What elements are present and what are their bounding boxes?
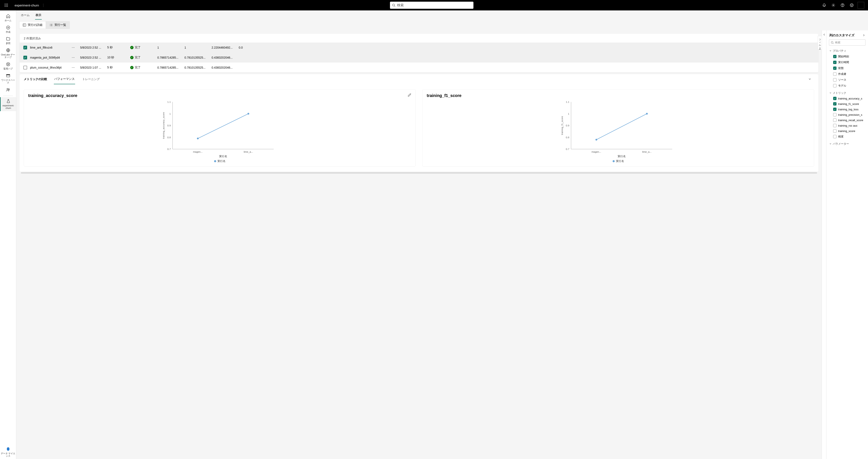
run-duration: 10 秒 [107, 56, 130, 59]
svg-text:lime_a...: lime_a... [244, 150, 253, 153]
svg-text:0.8: 0.8 [566, 136, 569, 139]
svg-point-6 [5, 6, 5, 7]
check-circle-icon: ✓ [130, 46, 133, 49]
collapse-chevron-icon[interactable] [808, 77, 814, 81]
settings-icon[interactable] [829, 1, 838, 9]
checkbox[interactable] [833, 129, 836, 133]
page-title: experiment-churn [10, 4, 43, 7]
column-option[interactable]: 作成者 [829, 71, 865, 77]
row-more-icon[interactable]: ··· [72, 56, 80, 59]
svg-text:training_accuracy_score: training_accuracy_score [162, 112, 165, 139]
nav-monitor[interactable]: 監視ハブ [0, 60, 16, 72]
nav-experiment-churn[interactable]: experiment-churn [0, 97, 16, 111]
filter-vertical-tab[interactable]: フィルター [818, 36, 822, 50]
nav-onelake[interactable]: OneLake データ ハブ [0, 46, 16, 60]
column-option[interactable]: ソース [829, 77, 865, 83]
svg-point-42 [197, 138, 199, 139]
row-checkbox[interactable]: ✓ [23, 46, 27, 50]
view-list-button[interactable]: 実行一覧 [46, 21, 70, 29]
nav-people[interactable] [0, 86, 16, 95]
group-toggle[interactable]: パラメーター [829, 142, 865, 146]
nav-home[interactable]: ホーム [0, 12, 16, 24]
chevron-right-icon[interactable] [863, 34, 865, 37]
table-row[interactable]: ✓ lime_ant_lftkvzx6 ··· 5/8/2023 2:52 ..… [20, 42, 818, 53]
view-details-button[interactable]: 実行の詳細 [19, 21, 46, 29]
svg-point-1 [6, 4, 6, 4]
svg-text:実行名: 実行名 [618, 155, 626, 158]
waffle-icon[interactable] [2, 1, 10, 9]
column-option[interactable]: training_precision_s [829, 112, 865, 118]
checkbox[interactable]: ✓ [833, 61, 836, 64]
nav-data-science[interactable]: データ サイエンス [0, 445, 16, 459]
compare-label: メトリックの比較 [24, 74, 47, 84]
global-search[interactable]: 検索 [390, 2, 473, 9]
checkbox[interactable] [833, 124, 836, 127]
tab-view[interactable]: 表示 [35, 12, 42, 20]
tab-home[interactable]: ホーム [21, 12, 30, 20]
checkbox[interactable]: ✓ [833, 102, 836, 105]
svg-point-5 [7, 5, 8, 5]
panel-collapse-handle[interactable] [822, 30, 826, 459]
svg-point-9 [393, 4, 395, 6]
checkbox[interactable] [833, 135, 836, 138]
nav-browse[interactable]: 参照 [0, 35, 16, 46]
group-toggle[interactable]: メトリック [829, 91, 865, 95]
svg-point-7 [6, 6, 6, 7]
run-date: 5/8/2023 2:52 ... [80, 46, 107, 49]
column-option[interactable]: モデル [829, 83, 865, 89]
checkbox[interactable]: ✓ [833, 108, 836, 111]
svg-point-4 [6, 5, 6, 5]
checkbox[interactable] [833, 72, 836, 76]
tab-performance[interactable]: パフォーマンス [54, 74, 75, 84]
checkbox[interactable]: ✓ [833, 97, 836, 100]
checkbox[interactable] [833, 84, 836, 87]
svg-text:0.7: 0.7 [566, 147, 569, 151]
column-option[interactable]: ✓ 実行時間 [829, 59, 865, 65]
column-option[interactable]: training_recall_score [829, 118, 865, 123]
column-option[interactable]: ✓ 状態 [829, 65, 865, 71]
svg-point-14 [850, 4, 854, 7]
checkbox[interactable] [833, 78, 836, 81]
svg-point-56 [595, 139, 597, 140]
table-row[interactable]: ✓ magenta_pot_509tfyd4 ··· 5/8/2023 2:52… [20, 53, 818, 63]
row-more-icon[interactable]: ··· [72, 66, 80, 69]
edit-chart-icon[interactable] [407, 93, 411, 98]
group-toggle[interactable]: プロパティ [829, 49, 865, 53]
column-option[interactable]: training_roc auc [829, 123, 865, 128]
checkbox[interactable]: ✓ [833, 55, 836, 58]
checkbox[interactable]: ✓ [833, 67, 836, 70]
svg-point-3 [5, 5, 5, 5]
checkbox[interactable] [833, 113, 836, 117]
nav-workspace[interactable]: ワークスペース [0, 72, 16, 86]
table-row[interactable]: plum_coconut_9hxv36j4 ··· 5/8/2023 1:07 … [20, 63, 818, 73]
row-checkbox[interactable] [23, 66, 27, 69]
row-more-icon[interactable]: ··· [72, 46, 80, 49]
svg-line-63 [833, 43, 834, 44]
run-name: magenta_pot_509tfyd4 [30, 56, 72, 59]
svg-text:1.1: 1.1 [566, 100, 569, 103]
help-icon[interactable] [838, 1, 847, 9]
run-duration: 5 秒 [107, 66, 130, 69]
notifications-icon[interactable] [820, 1, 828, 9]
svg-text:1: 1 [169, 112, 171, 115]
column-option[interactable]: training_score [829, 128, 865, 134]
nav-create[interactable]: 作成 [0, 24, 16, 35]
horizontal-scrollbar[interactable] [21, 172, 817, 174]
svg-point-43 [247, 113, 249, 115]
column-option[interactable]: ✓ 開始時刻 [829, 54, 865, 59]
column-option[interactable]: ✓ training_accuracy_s [829, 96, 865, 101]
checkbox[interactable] [833, 119, 836, 122]
chart-f1: training_f1_score 0.70.80.911.1magen...l… [422, 89, 814, 167]
feedback-icon[interactable] [847, 1, 856, 9]
column-option[interactable]: 精度 [829, 134, 865, 139]
tab-training[interactable]: トレーニング [82, 74, 100, 84]
svg-text:lime_a...: lime_a... [642, 150, 652, 153]
svg-point-16 [852, 5, 852, 5]
column-option[interactable]: ✓ training_f1_score [829, 101, 865, 106]
customize-search[interactable]: 検索 [829, 39, 866, 46]
avatar[interactable] [858, 2, 864, 8]
column-option[interactable]: ✓ training_log_loss [829, 106, 865, 112]
row-checkbox[interactable]: ✓ [23, 56, 27, 59]
svg-rect-26 [23, 24, 26, 26]
svg-point-25 [8, 89, 9, 90]
